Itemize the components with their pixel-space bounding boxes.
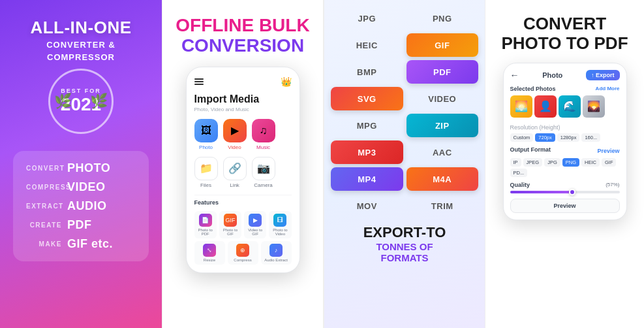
format-heic: HEIC bbox=[331, 33, 403, 57]
quality-slider[interactable] bbox=[510, 191, 620, 193]
add-more-link[interactable]: Add More bbox=[596, 86, 620, 91]
verb-compress: COMPRESS bbox=[26, 184, 62, 191]
res-custom[interactable]: Custom bbox=[510, 133, 534, 142]
resolution-section: Resolution (Height) Custom 720px 1280px … bbox=[510, 124, 620, 142]
fmt-jpg[interactable]: JPG bbox=[544, 158, 560, 167]
res-160[interactable]: 160... bbox=[581, 133, 600, 142]
video-icon: ▶ bbox=[223, 119, 247, 142]
feature-resize[interactable]: ⤡ Resize bbox=[194, 241, 225, 265]
tonnes-label: TONNES OF bbox=[363, 241, 446, 252]
features-grid-row2: ⤡ Resize ⊕ Compress ♪ Audio Extract bbox=[194, 241, 292, 265]
divider-1 bbox=[194, 195, 292, 195]
feature-compress[interactable]: ⊕ Compress bbox=[228, 241, 258, 265]
back-arrow-icon[interactable]: ← bbox=[510, 70, 519, 80]
media-photo[interactable]: 🖼 Photo bbox=[194, 119, 218, 150]
quality-pct: (57%) bbox=[606, 182, 619, 188]
res-720[interactable]: 720px bbox=[535, 133, 555, 142]
convert-photo-pdf-title: CONVERT PHOTO TO PDF bbox=[501, 14, 628, 54]
music-icon: ♫ bbox=[252, 119, 275, 142]
import-media-subtitle: Photo, Video and Music bbox=[194, 107, 292, 112]
feature-video-gif[interactable]: ▶ Video to GIF bbox=[244, 211, 266, 238]
phone-header-2: 👑 bbox=[194, 76, 292, 87]
preview-button[interactable]: Preview bbox=[510, 199, 620, 213]
resize-label: Resize bbox=[204, 258, 215, 262]
export-button[interactable]: ↑ Export bbox=[586, 70, 620, 80]
preview-link[interactable]: Preview bbox=[597, 148, 619, 154]
preview-btn-label: Preview bbox=[553, 203, 575, 209]
output-format-section: Output Format Preview IP JPEG JPG PNG HE… bbox=[510, 146, 620, 177]
resize-icon: ⤡ bbox=[203, 244, 216, 257]
feature-photo-pdf[interactable]: 📄 Photo to PDF bbox=[194, 211, 217, 238]
conversion-label: CONVERSION bbox=[181, 35, 304, 56]
selected-photos-row: Selected Photos Add More bbox=[510, 86, 620, 92]
photo-label: Photo bbox=[199, 144, 213, 150]
pdf-phone-header: ← Photo ↑ Export bbox=[510, 70, 620, 80]
photo-pdf-label: Photo to PDF bbox=[196, 228, 215, 236]
pdf-phone-mockup: ← Photo ↑ Export Selected Photos Add Mor… bbox=[503, 63, 627, 220]
crown-icon: 👑 bbox=[281, 76, 292, 87]
photo-to-pdf-label: PHOTO TO PDF bbox=[501, 33, 628, 53]
format-video: VIDEO bbox=[406, 87, 479, 110]
verb-make: MAKE bbox=[26, 240, 62, 248]
photo-pdf-icon: 📄 bbox=[199, 214, 212, 227]
media-music[interactable]: ♫ Music bbox=[252, 119, 275, 150]
export-section: EXPORT-TO TONNES OF FORMATS bbox=[363, 224, 446, 263]
feature-photo-gif[interactable]: GIF Photo to GIF bbox=[219, 211, 241, 238]
slider-thumb bbox=[569, 189, 575, 195]
convert-label: CONVERT bbox=[523, 14, 606, 33]
format-jpg: JPG bbox=[331, 7, 403, 30]
export-to-label: EXPORT-TO bbox=[363, 224, 446, 241]
audio-extract-label: Audio Extract bbox=[264, 258, 288, 262]
files-label: Files bbox=[200, 182, 211, 188]
laurel-left-icon: 🌿 bbox=[54, 93, 72, 110]
compress-icon: ⊕ bbox=[236, 244, 249, 257]
media-icons-row1: 🖼 Photo ▶ Video ♫ Music bbox=[194, 119, 292, 150]
feature-compress-video: COMPRESS VIDEO bbox=[26, 180, 136, 194]
feature-make-gif: MAKE GIF etc. bbox=[26, 237, 136, 251]
photo-thumb-3: 🌊 bbox=[559, 95, 581, 118]
format-trim: TRIM bbox=[406, 194, 479, 218]
output-format-title: Output Format bbox=[510, 146, 551, 153]
format-mpg: MPG bbox=[331, 114, 403, 137]
fmt-gif[interactable]: GIF bbox=[602, 158, 617, 167]
audio-extract-icon: ♪ bbox=[269, 244, 283, 257]
res-1280[interactable]: 1280px bbox=[557, 133, 580, 142]
fmt-pd[interactable]: PD... bbox=[510, 169, 528, 177]
link-icon: 🔗 bbox=[223, 157, 247, 180]
format-gif: GIF bbox=[406, 33, 479, 57]
fmt-heic[interactable]: HEIC bbox=[581, 158, 600, 167]
panel-offline-bulk: OFFLINE BULK CONVERSION 👑 Import Media P… bbox=[162, 0, 324, 328]
phone-photo-label: Photo bbox=[542, 71, 562, 79]
formats-grid: JPG PNG HEIC GIF BMP PDF SVG VIDEO MPG Z… bbox=[331, 7, 478, 218]
offline-bulk-title: OFFLINE BULK CONVERSION bbox=[176, 16, 309, 56]
video-label: Video bbox=[228, 144, 241, 150]
formats-word-label: FORMATS bbox=[363, 252, 446, 263]
media-files[interactable]: 📁 Files bbox=[194, 157, 218, 188]
feature-audio-extract[interactable]: ♪ Audio Extract bbox=[261, 241, 292, 265]
photo-video-icon: 🎞 bbox=[273, 214, 286, 227]
quality-row: Quality (57%) bbox=[510, 182, 620, 188]
photo-thumb-1: 🌅 bbox=[510, 95, 532, 118]
media-camera[interactable]: 📷 Camera bbox=[252, 157, 275, 188]
best-badge: 🌿 BEST FOR 2021 🌿 bbox=[48, 69, 114, 134]
verb-convert: CONVERT bbox=[26, 165, 62, 172]
offline-label: OFFLINE BULK bbox=[176, 15, 309, 35]
format-png: PNG bbox=[406, 7, 479, 30]
photos-strip: 🌅 👤 🌊 🌄 bbox=[510, 95, 620, 118]
panel-formats: JPG PNG HEIC GIF BMP PDF SVG VIDEO MPG Z… bbox=[324, 0, 485, 328]
fmt-ip[interactable]: IP bbox=[510, 158, 521, 167]
feature-convert-photo: CONVERT PHOTO bbox=[26, 161, 136, 175]
converter-label: CONVERTER & bbox=[46, 40, 115, 50]
photo-thumb-2: 👤 bbox=[534, 95, 557, 118]
menu-icon bbox=[194, 78, 204, 85]
media-link[interactable]: 🔗 Link bbox=[223, 157, 247, 188]
media-video[interactable]: ▶ Video bbox=[223, 119, 247, 150]
photo-gif-icon: GIF bbox=[224, 214, 237, 227]
format-pills: IP JPEG JPG PNG HEIC GIF PD... bbox=[510, 158, 620, 177]
fmt-png[interactable]: PNG bbox=[562, 158, 579, 167]
format-mp4: MP4 bbox=[331, 167, 403, 191]
fmt-jpeg[interactable]: JPEG bbox=[523, 158, 543, 167]
feature-photo-video[interactable]: 🎞 Photo to Video bbox=[269, 211, 291, 238]
format-mp3: MP3 bbox=[331, 140, 403, 164]
photo-gif-label: Photo to GIF bbox=[221, 228, 240, 236]
